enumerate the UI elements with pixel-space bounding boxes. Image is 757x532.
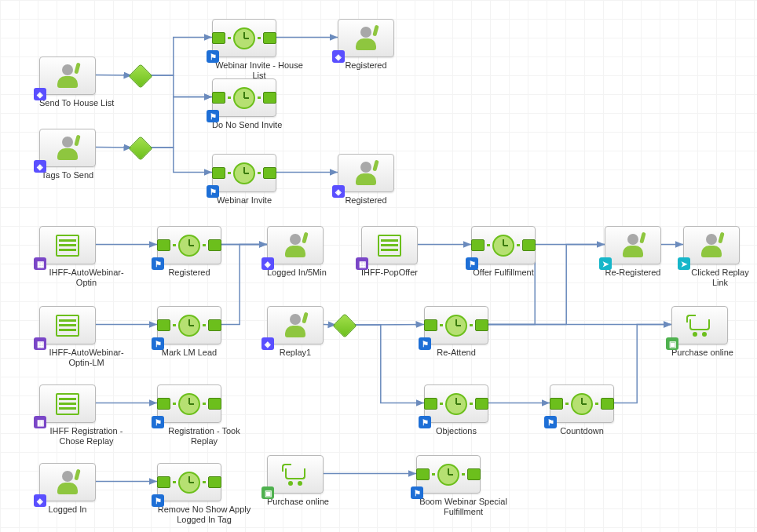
node-registration-took-replay[interactable]: ⚑Registration - Took Replay bbox=[157, 384, 251, 446]
flag-badge-icon: ⚑ bbox=[411, 486, 423, 499]
node-registered[interactable]: ◈Registered bbox=[338, 19, 394, 71]
flag-badge-icon: ⚑ bbox=[544, 416, 557, 428]
sequence-icon bbox=[157, 393, 221, 415]
flag-badge-icon: ⚑ bbox=[419, 416, 431, 428]
node-label: Logged In bbox=[39, 505, 96, 515]
node-label: Registered bbox=[338, 60, 394, 71]
person-icon bbox=[54, 135, 81, 162]
sequence-icon bbox=[212, 27, 276, 49]
node-replay1[interactable]: ◈Replay1 bbox=[267, 306, 324, 358]
node-label: Purchase online bbox=[671, 348, 733, 358]
node-ihff-registration-chose-replay[interactable]: ▦IHFF Registration - Chose Replay bbox=[39, 384, 133, 446]
flag-badge-icon: ⚑ bbox=[152, 494, 164, 507]
node-label: IHFF-AutoWebinar-Optin-LM bbox=[39, 348, 133, 368]
node-offer-fulfillment[interactable]: ⚑Offer Fulfillment bbox=[471, 226, 536, 278]
flag-badge-icon: ⚑ bbox=[419, 337, 431, 350]
cart-icon bbox=[282, 464, 309, 486]
node-label: Webinar Invite bbox=[212, 195, 276, 206]
node-clicked-replay-link[interactable]: ➤Clicked Replay Link bbox=[683, 226, 757, 288]
form-badge-icon: ▦ bbox=[34, 257, 46, 270]
node-tags-to-send[interactable]: ◈Tags To Send bbox=[39, 129, 96, 180]
person-icon bbox=[620, 232, 646, 259]
cursor-badge-icon: ➤ bbox=[678, 257, 690, 270]
sequence-icon bbox=[416, 464, 481, 486]
node-label: Countdown bbox=[550, 426, 614, 436]
sequence-icon bbox=[212, 87, 276, 109]
node-logged-in-5min[interactable]: ◈Logged In/5Min bbox=[267, 226, 327, 278]
node-boom-webinar-special-fulfillment[interactable]: ⚑Boom Webinar Special Fulfillment bbox=[416, 455, 510, 517]
node-registered[interactable]: ◈Registered bbox=[338, 154, 394, 206]
node-send-to-house-list[interactable]: ◈Send To House List bbox=[39, 56, 114, 108]
node-label: Boom Webinar Special Fulfillment bbox=[416, 497, 510, 517]
form-badge-icon: ▦ bbox=[356, 257, 368, 270]
node-label: Registered bbox=[338, 195, 394, 206]
node-label: Re-Attend bbox=[424, 348, 488, 358]
node-registered-seq[interactable]: ⚑Registered bbox=[157, 226, 221, 278]
node-logged-in[interactable]: ◈Logged In bbox=[39, 463, 96, 515]
tag-badge-icon: ◈ bbox=[332, 50, 345, 63]
node-label: Clicked Replay Link bbox=[683, 268, 757, 288]
flag-badge-icon: ⚑ bbox=[152, 257, 164, 270]
person-icon bbox=[698, 232, 725, 259]
node-label: Send To House List bbox=[39, 98, 114, 108]
node-mark-lm-lead[interactable]: ⚑Mark LM Lead bbox=[157, 306, 221, 358]
cart-badge-icon: ▣ bbox=[666, 337, 678, 350]
node-label: IHFF Registration - Chose Replay bbox=[39, 426, 133, 446]
node-label: Registered bbox=[157, 268, 221, 278]
person-icon bbox=[54, 63, 81, 89]
node-webinar-invite-house-list[interactable]: ⚑Webinar Invite - House List bbox=[212, 19, 306, 81]
node-label: Purchase online bbox=[267, 497, 329, 507]
person-icon bbox=[282, 312, 309, 339]
flag-badge-icon: ⚑ bbox=[207, 185, 219, 198]
node-do-no-send-invite[interactable]: ⚑Do No Send Invite bbox=[212, 78, 282, 130]
node-label: Logged In/5Min bbox=[267, 268, 327, 278]
sequence-icon bbox=[424, 315, 488, 337]
tag-badge-icon: ◈ bbox=[332, 185, 345, 198]
node-label: Replay1 bbox=[267, 348, 324, 358]
tag-badge-icon: ◈ bbox=[261, 337, 274, 350]
form-badge-icon: ▦ bbox=[34, 416, 46, 428]
form-icon bbox=[56, 235, 79, 257]
decision-node[interactable] bbox=[128, 64, 152, 88]
sequence-icon bbox=[550, 393, 614, 415]
decision-node[interactable] bbox=[128, 136, 152, 160]
tag-badge-icon: ◈ bbox=[261, 257, 274, 270]
node-objections[interactable]: ⚑Objections bbox=[424, 384, 488, 436]
form-badge-icon: ▦ bbox=[34, 337, 46, 350]
cart-badge-icon: ▣ bbox=[261, 486, 274, 499]
node-webinar-invite[interactable]: ⚑Webinar Invite bbox=[212, 154, 276, 206]
node-ihff-autowebinar-optin[interactable]: ▦IHFF-AutoWebinar-Optin bbox=[39, 226, 133, 288]
workflow-canvas[interactable]: ◈Send To House List ◈Tags To Send ⚑Webin… bbox=[0, 0, 757, 532]
flag-badge-icon: ⚑ bbox=[152, 337, 164, 350]
cart-icon bbox=[686, 315, 713, 337]
node-label: Re-Registered bbox=[605, 268, 661, 278]
node-label: Mark LM Lead bbox=[157, 348, 221, 358]
node-label: IHFF-AutoWebinar-Optin bbox=[39, 268, 133, 288]
node-purchase-online[interactable]: ▣Purchase online bbox=[671, 306, 733, 358]
node-re-attend[interactable]: ⚑Re-Attend bbox=[424, 306, 488, 358]
decision-node[interactable] bbox=[332, 313, 357, 337]
sequence-icon bbox=[157, 472, 221, 494]
person-icon bbox=[282, 232, 309, 259]
node-remove-no-show-apply-logged-in-tag[interactable]: ⚑Remove No Show Apply Logged In Tag bbox=[157, 463, 251, 525]
node-re-registered[interactable]: ➤Re-Registered bbox=[605, 226, 661, 278]
flag-badge-icon: ⚑ bbox=[207, 50, 219, 63]
person-icon bbox=[353, 160, 379, 187]
node-label: Registration - Took Replay bbox=[157, 426, 251, 446]
flag-badge-icon: ⚑ bbox=[152, 416, 164, 428]
node-purchase-online[interactable]: ▣Purchase online bbox=[267, 455, 329, 507]
node-countdown[interactable]: ⚑Countdown bbox=[550, 384, 614, 436]
flag-badge-icon: ⚑ bbox=[466, 257, 478, 270]
sequence-icon bbox=[424, 393, 488, 415]
form-icon bbox=[56, 393, 79, 415]
form-icon bbox=[378, 235, 401, 257]
person-icon bbox=[54, 469, 81, 496]
sequence-icon bbox=[157, 235, 221, 257]
sequence-icon bbox=[212, 162, 276, 184]
form-icon bbox=[56, 315, 79, 337]
node-label: Do No Send Invite bbox=[212, 120, 282, 130]
node-ihff-popoffer[interactable]: ▦IHFF-PopOffer bbox=[361, 226, 418, 278]
node-label: Remove No Show Apply Logged In Tag bbox=[157, 505, 251, 525]
tag-badge-icon: ◈ bbox=[34, 494, 46, 507]
node-ihff-autowebinar-optin-lm[interactable]: ▦IHFF-AutoWebinar-Optin-LM bbox=[39, 306, 133, 368]
